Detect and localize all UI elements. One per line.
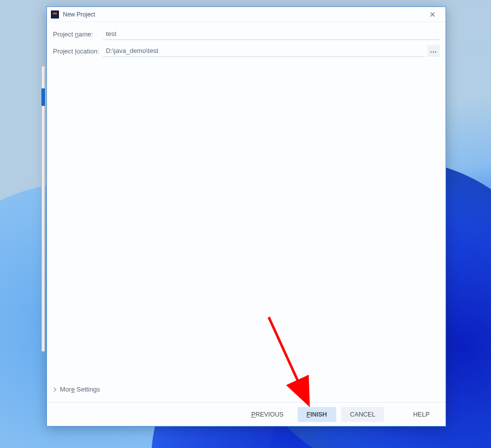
- close-button[interactable]: [423, 8, 443, 21]
- project-name-row: Project name:: [53, 28, 440, 40]
- chevron-right-icon: [53, 387, 57, 392]
- project-location-row: Project location: ...: [53, 45, 440, 57]
- browse-location-button[interactable]: ...: [428, 45, 440, 57]
- dialog-content: Project name: Project location: ... More…: [47, 22, 446, 402]
- project-name-input[interactable]: [103, 28, 440, 40]
- close-icon: [430, 12, 435, 17]
- project-name-label: Project name:: [53, 30, 103, 38]
- help-button[interactable]: HELP: [404, 407, 439, 422]
- project-location-input[interactable]: [103, 45, 425, 57]
- button-bar: PREVIOUS FINISH CANCEL HELP: [47, 402, 446, 426]
- more-settings-label: More Settings: [60, 386, 100, 393]
- intellij-icon: [51, 10, 59, 18]
- more-settings-toggle[interactable]: More Settings: [53, 383, 440, 398]
- previous-button[interactable]: PREVIOUS: [242, 407, 293, 422]
- finish-button[interactable]: FINISH: [298, 407, 336, 422]
- project-location-label: Project location:: [53, 47, 103, 55]
- background-window-edge: [41, 66, 45, 352]
- window-title: New Project: [63, 11, 95, 18]
- new-project-dialog: New Project Project name: Project locati…: [46, 6, 446, 427]
- cancel-button[interactable]: CANCEL: [341, 407, 385, 422]
- titlebar[interactable]: New Project: [47, 7, 446, 22]
